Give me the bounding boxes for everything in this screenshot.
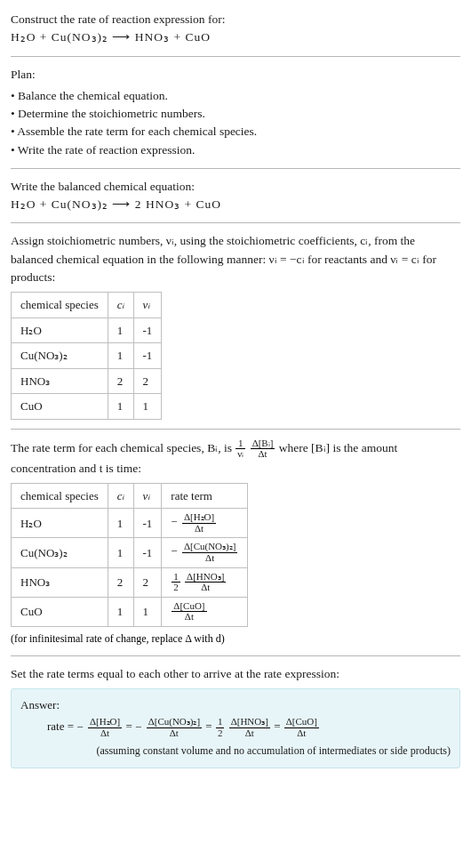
cell: 1	[108, 343, 133, 369]
cell: Cu(NO₃)₂	[12, 343, 108, 369]
cell: -1	[133, 538, 162, 567]
divider	[11, 56, 460, 57]
rateterm-table: chemical species cᵢ νᵢ rate term H₂O 1 -…	[11, 483, 248, 627]
divider	[11, 429, 460, 430]
fraction: Δ[Cu(NO₃)₂]Δt	[147, 717, 202, 738]
fraction: Δ[Bᵢ] Δt	[251, 438, 275, 460]
denominator: Δt	[172, 612, 206, 623]
denominator: Δt	[284, 728, 319, 739]
divider	[11, 168, 460, 169]
table-row: H₂O 1 -1 − Δ[H₂O]Δt	[12, 509, 248, 538]
cell: H₂O	[12, 317, 108, 343]
final-section: Set the rate terms equal to each other t…	[11, 665, 460, 768]
rate-prefix: rate =	[47, 720, 76, 734]
list-item: Assemble the rate term for each chemical…	[11, 123, 460, 141]
cell: 12 Δ[HNO₃]Δt	[162, 567, 248, 597]
cell: − Δ[Cu(NO₃)₂]Δt	[162, 538, 248, 567]
stoich-section: Assign stoichiometric numbers, νᵢ, using…	[11, 232, 460, 419]
table-row: CuO11	[12, 394, 162, 420]
list-item: Balance the chemical equation.	[11, 87, 460, 105]
table-header: chemical species	[12, 483, 108, 509]
prompt-title: Construct the rate of reaction expressio…	[11, 11, 460, 28]
table-header: rate term	[162, 483, 248, 509]
cell: -1	[133, 317, 162, 343]
table-row: HNO₃ 2 2 12 Δ[HNO₃]Δt	[12, 567, 248, 597]
table-header-row: chemical species cᵢ νᵢ	[12, 293, 162, 318]
final-intro: Set the rate terms equal to each other t…	[11, 665, 460, 683]
cell: 2	[108, 368, 133, 394]
plan-list: Balance the chemical equation. Determine…	[11, 87, 460, 159]
cell: 2	[133, 567, 162, 597]
cell: 1	[108, 538, 133, 567]
divider	[11, 222, 460, 223]
denominator: Δt	[147, 728, 202, 739]
rateterm-hint: (for infinitesimal rate of change, repla…	[11, 631, 460, 647]
cell: -1	[133, 343, 162, 369]
table-row: H₂O1-1	[12, 317, 162, 343]
fraction: Δ[CuO]Δt	[172, 601, 206, 623]
minus-sign: −	[171, 544, 177, 558]
table-row: Cu(NO₃)₂1-1	[12, 343, 162, 369]
denominator: 2	[172, 583, 180, 593]
denominator: Δt	[182, 524, 216, 534]
list-item: Determine the stoichiometric numbers.	[11, 105, 460, 123]
cell: 2	[133, 368, 162, 394]
fraction: Δ[HNO₃]Δt	[229, 717, 270, 738]
cell: CuO	[12, 394, 108, 420]
cell: HNO₃	[12, 567, 108, 597]
fraction: 12	[172, 572, 180, 593]
prompt-equation: H₂O + Cu(NO₃)₂ ⟶ HNO₃ + CuO	[11, 28, 460, 46]
stoich-intro: Assign stoichiometric numbers, νᵢ, using…	[11, 232, 460, 286]
table-row: Cu(NO₃)₂ 1 -1 − Δ[Cu(NO₃)₂]Δt	[12, 538, 248, 567]
table-row: HNO₃22	[12, 368, 162, 394]
rate-expression: rate = − Δ[H₂O]Δt = − Δ[Cu(NO₃)₂]Δt = 12…	[47, 717, 451, 738]
minus-sign: −	[76, 720, 83, 734]
fraction: Δ[HNO₃]Δt	[185, 572, 226, 593]
denominator: 2	[216, 728, 225, 739]
table-header: chemical species	[12, 293, 108, 318]
numerator: Δ[H₂O]	[182, 512, 216, 524]
table-header: νᵢ	[133, 483, 162, 509]
cell: 1	[108, 394, 133, 420]
rateterm-section: The rate term for each chemical species,…	[11, 438, 460, 647]
cell: 1	[108, 509, 133, 538]
denominator: Δt	[182, 553, 237, 564]
equals: =	[125, 720, 135, 734]
equals: =	[274, 720, 283, 734]
cell: 1	[133, 394, 162, 420]
cell: CuO	[12, 597, 108, 626]
minus-sign: −	[171, 515, 177, 528]
table-header: νᵢ	[133, 293, 162, 318]
fraction: Δ[H₂O]Δt	[88, 717, 122, 738]
divider	[11, 655, 460, 656]
cell: H₂O	[12, 509, 108, 538]
cell: − Δ[H₂O]Δt	[162, 509, 248, 538]
denominator: Δt	[229, 728, 270, 739]
fraction: Δ[H₂O]Δt	[182, 512, 216, 534]
cell: 1	[133, 597, 162, 626]
cell: -1	[133, 509, 162, 538]
equals: =	[205, 720, 215, 734]
fraction: 12	[216, 717, 225, 738]
balanced-section: Write the balanced chemical equation: H₂…	[11, 178, 460, 214]
table-header-row: chemical species cᵢ νᵢ rate term	[12, 483, 248, 509]
answer-box: Answer: rate = − Δ[H₂O]Δt = − Δ[Cu(NO₃)₂…	[11, 688, 460, 768]
denominator: νᵢ	[236, 449, 245, 460]
fraction: Δ[CuO]Δt	[284, 717, 319, 738]
denominator: Δt	[251, 449, 275, 460]
list-item: Write the rate of reaction expression.	[11, 141, 460, 159]
fraction: Δ[Cu(NO₃)₂]Δt	[182, 542, 237, 563]
stoich-table: chemical species cᵢ νᵢ H₂O1-1 Cu(NO₃)₂1-…	[11, 292, 162, 420]
table-row: CuO 1 1 Δ[CuO]Δt	[12, 597, 248, 626]
plan-section: Plan: Balance the chemical equation. Det…	[11, 66, 460, 159]
balanced-equation: H₂O + Cu(NO₃)₂ ⟶ 2 HNO₃ + CuO	[11, 196, 460, 213]
balanced-intro: Write the balanced chemical equation:	[11, 178, 460, 196]
table-header: cᵢ	[108, 483, 133, 509]
assumption-note: (assuming constant volume and no accumul…	[20, 743, 451, 759]
prompt-section: Construct the rate of reaction expressio…	[11, 11, 460, 47]
answer-label: Answer:	[20, 696, 451, 714]
denominator: Δt	[88, 728, 122, 739]
cell: HNO₃	[12, 368, 108, 394]
cell: Δ[CuO]Δt	[162, 597, 248, 626]
plan-heading: Plan:	[11, 66, 460, 84]
